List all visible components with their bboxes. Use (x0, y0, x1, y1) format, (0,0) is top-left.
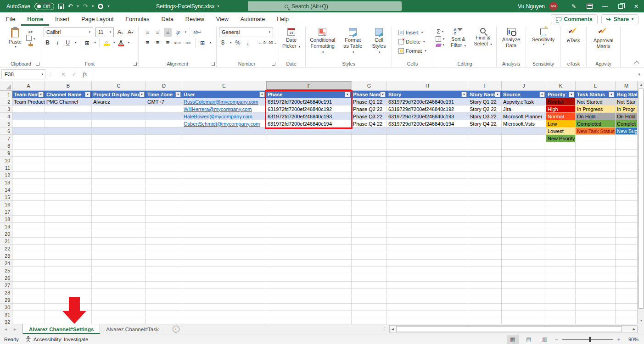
cell-H21[interactable] (387, 238, 468, 245)
cell-C26[interactable] (92, 274, 146, 282)
cell-B7[interactable] (45, 135, 92, 142)
cell-I28[interactable] (468, 289, 502, 296)
cell-M10[interactable] (616, 157, 638, 164)
cell-I20[interactable] (468, 230, 502, 238)
cell-K29[interactable] (546, 296, 576, 304)
cell-D26[interactable] (146, 274, 182, 282)
cell-F27[interactable] (266, 282, 352, 289)
table-header-cell-K[interactable]: Priority▼ (546, 91, 576, 98)
table-header-cell-F[interactable]: Phase▼ (266, 91, 352, 98)
cell-G9[interactable] (352, 150, 387, 157)
cell-J24[interactable] (502, 260, 546, 267)
cell-B11[interactable] (45, 164, 92, 172)
cell-C14[interactable] (92, 186, 146, 194)
filter-button-B[interactable]: ▼ (85, 92, 90, 97)
cell-F18[interactable] (266, 216, 352, 223)
cell-B4[interactable] (45, 113, 92, 120)
cell-I26[interactable] (468, 274, 502, 282)
cell-J9[interactable] (502, 150, 546, 157)
cell-K19[interactable] (546, 223, 576, 230)
cell-E22[interactable] (182, 245, 266, 252)
row-header-2[interactable]: 2 (0, 98, 12, 105)
cell-B13[interactable] (45, 179, 92, 186)
sheet-nav-right-icon[interactable]: ▸ (14, 327, 16, 332)
cell-E6[interactable] (182, 128, 266, 135)
cell-J5[interactable]: Microsoft.Vsts (502, 120, 546, 128)
cell-F25[interactable] (266, 267, 352, 274)
cell-L15[interactable] (576, 194, 616, 201)
cell-E24[interactable] (182, 260, 266, 267)
row-header-16[interactable]: 16 (0, 201, 12, 208)
cell-G22[interactable] (352, 245, 387, 252)
conditional-formatting-button[interactable]: Conditional Formatting ▾ (308, 28, 337, 55)
cell-L27[interactable] (576, 282, 616, 289)
cell-E25[interactable] (182, 267, 266, 274)
cell-I8[interactable] (468, 142, 502, 150)
row-header-9[interactable]: 9 (0, 150, 12, 157)
cell-L32[interactable] (576, 318, 616, 324)
cell-C30[interactable] (92, 304, 146, 311)
cell-D19[interactable] (146, 223, 182, 230)
table-header-cell-E[interactable]: User▼ (182, 91, 266, 98)
cell-M5[interactable]: Complet (616, 120, 638, 128)
cell-M7[interactable] (616, 135, 638, 142)
cell-H23[interactable] (387, 252, 468, 260)
cell-M27[interactable] (616, 282, 638, 289)
cell-F13[interactable] (266, 179, 352, 186)
cell-K9[interactable] (546, 150, 576, 157)
cell-H24[interactable] (387, 260, 468, 267)
cell-C23[interactable] (92, 252, 146, 260)
cell-I11[interactable] (468, 164, 502, 172)
cell-L30[interactable] (576, 304, 616, 311)
cell-K7[interactable]: New Priority (546, 135, 576, 142)
analyze-data-button[interactable]: Analyze Data (499, 28, 523, 49)
cell-H19[interactable] (387, 223, 468, 230)
cell-J12[interactable] (502, 172, 546, 179)
cell-L18[interactable] (576, 216, 616, 223)
cell-D14[interactable] (146, 186, 182, 194)
row-header-28[interactable]: 28 (0, 289, 12, 296)
borders-icon[interactable]: ⊞ (84, 39, 91, 47)
cell-F24[interactable] (266, 260, 352, 267)
cell-A25[interactable] (12, 267, 45, 274)
font-color-icon[interactable]: A (118, 39, 125, 46)
cell-D9[interactable] (146, 150, 182, 157)
tab-home[interactable]: Home (21, 12, 49, 26)
cell-D2[interactable]: GMT+7 (146, 98, 182, 105)
cell-H17[interactable] (387, 208, 468, 216)
row-header-30[interactable]: 30 (0, 304, 12, 311)
cell-K13[interactable] (546, 179, 576, 186)
wrap-text-icon[interactable]: ab↩ (193, 28, 202, 37)
horizontal-scrollbar[interactable]: ◀ ▶ (389, 325, 638, 333)
cell-B10[interactable] (45, 157, 92, 164)
cell-C11[interactable] (92, 164, 146, 172)
row-header-5[interactable]: 5 (0, 120, 12, 128)
scrollbar-grip[interactable]: ⋮ (382, 326, 387, 332)
cell-L17[interactable] (576, 208, 616, 216)
cell-L24[interactable] (576, 260, 616, 267)
cell-J16[interactable] (502, 201, 546, 208)
row-header-31[interactable]: 31 (0, 311, 12, 318)
cell-M15[interactable] (616, 194, 638, 201)
cell-M32[interactable] (616, 318, 638, 324)
row-header-19[interactable]: 19 (0, 223, 12, 230)
cell-L13[interactable] (576, 179, 616, 186)
ribbon-display-options-icon[interactable] (582, 0, 597, 12)
cell-I16[interactable] (468, 201, 502, 208)
filter-button-A[interactable]: ▼ (38, 92, 44, 97)
cell-F28[interactable] (266, 289, 352, 296)
cell-E18[interactable] (182, 216, 266, 223)
number-dialog-launcher[interactable] (272, 62, 275, 66)
cell-M30[interactable] (616, 304, 638, 311)
user-name[interactable]: Vu Nguyen (518, 3, 545, 10)
cell-J25[interactable] (502, 267, 546, 274)
cell-B21[interactable] (45, 238, 92, 245)
cell-L19[interactable] (576, 223, 616, 230)
cell-E3[interactable]: WillHerrera@mycompany.com (182, 105, 266, 113)
cell-G12[interactable] (352, 172, 387, 179)
row-header-29[interactable]: 29 (0, 296, 12, 304)
cell-I7[interactable] (468, 135, 502, 142)
scroll-left-icon[interactable]: ◀ (390, 326, 396, 333)
cell-L7[interactable] (576, 135, 616, 142)
cell-G27[interactable] (352, 282, 387, 289)
